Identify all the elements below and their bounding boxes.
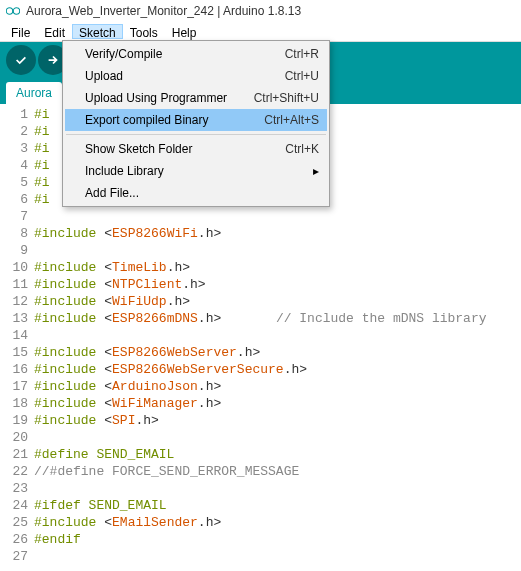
code-line[interactable]: #include <ESP8266mDNS.h> // Include the … xyxy=(34,310,521,327)
submenu-arrow-icon: ▸ xyxy=(313,164,319,178)
menu-tools[interactable]: Tools xyxy=(123,24,165,39)
menu-item-label: Upload xyxy=(85,69,285,83)
code-line[interactable]: #include <ESP8266WebServer.h> xyxy=(34,344,521,361)
line-gutter: 1234567891011121314151617181920212223242… xyxy=(0,104,34,567)
code-line[interactable]: #include <EMailSender.h> xyxy=(34,514,521,531)
menu-item-label: Show Sketch Folder xyxy=(85,142,285,156)
menu-item-label: Include Library xyxy=(85,164,313,178)
window-title: Aurora_Web_Inverter_Monitor_242 | Arduin… xyxy=(26,4,301,18)
arduino-logo-icon xyxy=(6,4,20,18)
line-number: 20 xyxy=(2,429,28,446)
code-line[interactable]: #include <SPI.h> xyxy=(34,412,521,429)
line-number: 21 xyxy=(2,446,28,463)
code-line[interactable]: #endif xyxy=(34,531,521,548)
line-number: 7 xyxy=(2,208,28,225)
menu-edit[interactable]: Edit xyxy=(37,24,72,39)
line-number: 4 xyxy=(2,157,28,174)
menu-separator xyxy=(66,134,326,135)
titlebar: Aurora_Web_Inverter_Monitor_242 | Arduin… xyxy=(0,0,521,22)
line-number: 16 xyxy=(2,361,28,378)
menubar: File Edit Sketch Tools Help xyxy=(0,22,521,42)
code-line[interactable]: #include <WiFiManager.h> xyxy=(34,395,521,412)
code-line[interactable]: #include <ESP8266WiFi.h> xyxy=(34,225,521,242)
line-number: 5 xyxy=(2,174,28,191)
menu-file[interactable]: File xyxy=(4,24,37,39)
sketch-menu-dropdown: Verify/CompileCtrl+RUploadCtrl+UUpload U… xyxy=(62,40,330,207)
menu-item-label: Add File... xyxy=(85,186,319,200)
code-line[interactable]: #include <ArduinoJson.h> xyxy=(34,378,521,395)
arrow-right-icon xyxy=(46,53,60,67)
code-line[interactable]: //#define FORCE_SEND_ERROR_MESSAGE xyxy=(34,463,521,480)
line-number: 10 xyxy=(2,259,28,276)
line-number: 9 xyxy=(2,242,28,259)
sketch-tab[interactable]: Aurora xyxy=(6,82,62,104)
code-line[interactable]: #include <TimeLib.h> xyxy=(34,259,521,276)
svg-point-1 xyxy=(13,8,19,14)
check-icon xyxy=(14,53,28,67)
menu-item-include-library[interactable]: Include Library▸ xyxy=(65,160,327,182)
menu-item-shortcut: Ctrl+U xyxy=(285,69,319,83)
code-line[interactable] xyxy=(34,429,521,446)
menu-item-upload-using-programmer[interactable]: Upload Using ProgrammerCtrl+Shift+U xyxy=(65,87,327,109)
menu-item-label: Upload Using Programmer xyxy=(85,91,254,105)
line-number: 23 xyxy=(2,480,28,497)
code-line[interactable] xyxy=(34,242,521,259)
line-number: 19 xyxy=(2,412,28,429)
line-number: 22 xyxy=(2,463,28,480)
code-line[interactable]: #include <WiFiUdp.h> xyxy=(34,293,521,310)
line-number: 11 xyxy=(2,276,28,293)
code-line[interactable] xyxy=(34,208,521,225)
line-number: 1 xyxy=(2,106,28,123)
code-line[interactable] xyxy=(34,480,521,497)
code-line[interactable] xyxy=(34,548,521,565)
line-number: 26 xyxy=(2,531,28,548)
code-line[interactable]: #include <ESP8266WebServerSecure.h> xyxy=(34,361,521,378)
menu-item-show-sketch-folder[interactable]: Show Sketch FolderCtrl+K xyxy=(65,138,327,160)
line-number: 8 xyxy=(2,225,28,242)
menu-item-export-compiled-binary[interactable]: Export compiled BinaryCtrl+Alt+S xyxy=(65,109,327,131)
menu-item-verify-compile[interactable]: Verify/CompileCtrl+R xyxy=(65,43,327,65)
line-number: 25 xyxy=(2,514,28,531)
line-number: 18 xyxy=(2,395,28,412)
menu-item-label: Export compiled Binary xyxy=(85,113,264,127)
code-line[interactable] xyxy=(34,327,521,344)
menu-item-upload[interactable]: UploadCtrl+U xyxy=(65,65,327,87)
code-line[interactable]: #ifdef SEND_EMAIL xyxy=(34,497,521,514)
line-number: 27 xyxy=(2,548,28,565)
menu-item-shortcut: Ctrl+Shift+U xyxy=(254,91,319,105)
menu-item-shortcut: Ctrl+R xyxy=(285,47,319,61)
line-number: 15 xyxy=(2,344,28,361)
line-number: 6 xyxy=(2,191,28,208)
menu-sketch[interactable]: Sketch xyxy=(72,24,123,39)
line-number: 24 xyxy=(2,497,28,514)
code-line[interactable]: #define SEND_EMAIL xyxy=(34,446,521,463)
line-number: 3 xyxy=(2,140,28,157)
menu-help[interactable]: Help xyxy=(165,24,204,39)
line-number: 2 xyxy=(2,123,28,140)
menu-item-shortcut: Ctrl+K xyxy=(285,142,319,156)
svg-point-0 xyxy=(6,8,12,14)
line-number: 17 xyxy=(2,378,28,395)
line-number: 13 xyxy=(2,310,28,327)
line-number: 14 xyxy=(2,327,28,344)
menu-item-shortcut: Ctrl+Alt+S xyxy=(264,113,319,127)
code-line[interactable]: #include <NTPClient.h> xyxy=(34,276,521,293)
line-number: 12 xyxy=(2,293,28,310)
verify-button[interactable] xyxy=(6,45,36,75)
menu-item-label: Verify/Compile xyxy=(85,47,285,61)
menu-item-add-file-[interactable]: Add File... xyxy=(65,182,327,204)
